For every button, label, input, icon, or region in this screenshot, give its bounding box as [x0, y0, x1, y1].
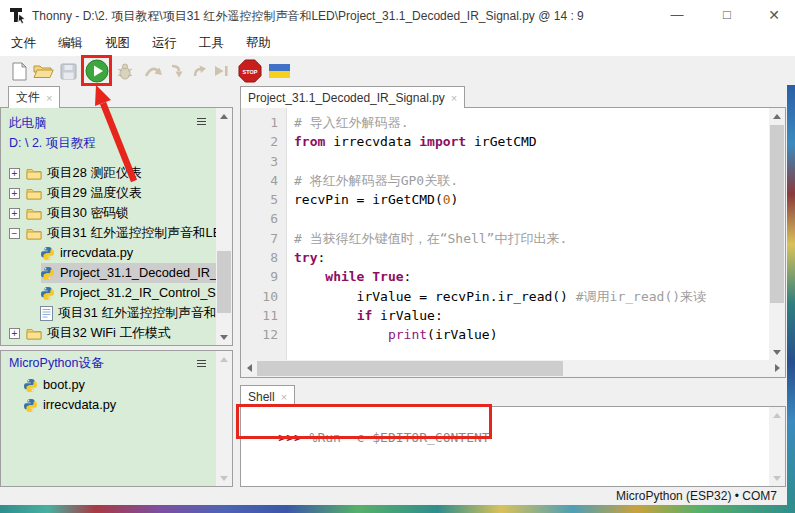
tree-item-label: 项目29 温度仪表 — [47, 183, 142, 203]
tree-item[interactable]: +项目32 WiFi 工作模式 — [1, 323, 232, 343]
minimize-button[interactable]: — — [655, 0, 699, 30]
debug-button[interactable] — [112, 58, 138, 84]
device-panel-menu-icon[interactable] — [197, 360, 206, 367]
editor-scroll-left[interactable] — [241, 360, 257, 376]
tree-item-label: 项目31 红外遥控控制声音和LED — [47, 223, 230, 243]
tree-item-label: 项目32 WiFi 工作模式 — [47, 323, 171, 343]
code-line: try: — [294, 248, 769, 267]
editor-hscrollbar[interactable] — [241, 360, 785, 377]
files-root-path[interactable]: D: \ 2. 项目教程 — [1, 133, 232, 153]
device-file-label: boot.py — [43, 375, 85, 395]
ukraine-flag-button[interactable] — [266, 58, 292, 84]
tree-item-label: 项目28 测距仪表 — [47, 163, 142, 183]
menu-item-3[interactable]: 运行 — [141, 35, 188, 52]
collapse-icon[interactable]: − — [9, 228, 20, 239]
window-title: Thonny - D:\2. 项目教程\项目31 红外遥控控制声音和LED\Pr… — [32, 8, 584, 25]
save-button[interactable] — [55, 58, 81, 84]
line-number: 12 — [241, 325, 278, 344]
line-number: 11 — [241, 306, 278, 325]
tree-item[interactable]: −项目31 红外遥控控制声音和LED — [1, 223, 232, 243]
tree-item[interactable]: +项目30 密码锁 — [1, 203, 232, 223]
device-file-item[interactable]: boot.py — [1, 375, 232, 395]
save-disk-icon — [60, 63, 77, 80]
menu-item-4[interactable]: 工具 — [188, 35, 235, 52]
close-button[interactable]: ✕ — [752, 0, 795, 30]
run-button[interactable] — [84, 58, 110, 84]
device-file-item[interactable]: irrecvdata.py — [1, 395, 232, 415]
menu-item-1[interactable]: 编辑 — [47, 35, 94, 52]
editor-scroll-right[interactable] — [769, 360, 785, 376]
code-line: from irrecvdata import irGetCMD — [294, 132, 769, 151]
code-line: # 导入红外解码器. — [294, 113, 769, 132]
device-scrollbar[interactable] — [216, 351, 232, 486]
tab-files-close-icon[interactable]: × — [46, 92, 52, 104]
tree-item[interactable]: Project_31.2_IR_Control_Sc — [1, 283, 232, 303]
code-line: # 当获得红外键值时，在“Shell”中打印出来. — [294, 229, 769, 248]
tree-item[interactable]: irrecvdata.py — [1, 243, 232, 263]
stop-label: STOP — [243, 69, 258, 75]
interpreter-status[interactable]: MicroPython (ESP32) • COM7 — [616, 489, 777, 503]
tab-editor-close-icon[interactable]: × — [451, 92, 457, 104]
files-scrollbar[interactable] — [216, 108, 232, 345]
shell-scrollbar[interactable] — [769, 407, 785, 486]
line-number: 8 — [241, 248, 278, 267]
line-number: 1 — [241, 113, 278, 132]
expand-icon[interactable]: + — [9, 188, 20, 199]
new-file-button[interactable] — [6, 58, 32, 84]
shell-panel[interactable]: >>> %Run -c $EDITOR_CONTENT — [240, 406, 786, 487]
resume-button[interactable] — [208, 58, 234, 84]
tree-item[interactable]: +项目28 测距仪表 — [1, 163, 232, 183]
code-line: recvPin = irGetCMD(0) — [294, 190, 769, 209]
title-bar: Thonny - D:\2. 项目教程\项目31 红外遥控控制声音和LED\Pr… — [0, 0, 795, 30]
tab-files-label: 文件 — [16, 89, 40, 106]
resume-icon — [212, 63, 230, 79]
files-scroll-down[interactable] — [216, 329, 232, 345]
editor-scroll-down[interactable] — [769, 344, 785, 360]
maximize-button[interactable]: □ — [705, 0, 749, 30]
code-line: # 将红外解码器与GP0关联. — [294, 171, 769, 190]
tree-item[interactable]: +项目29 温度仪表 — [1, 183, 232, 203]
menu-item-5[interactable]: 帮助 — [235, 35, 282, 52]
expand-icon[interactable]: + — [9, 208, 20, 219]
code-area[interactable]: # 导入红外解码器.from irrecvdata import irGetCM… — [287, 108, 769, 360]
stop-button[interactable]: STOP — [237, 58, 263, 84]
editor-panel: 123456789101112 # 导入红外解码器.from irrecvdat… — [240, 107, 786, 378]
open-folder-icon — [33, 63, 54, 79]
files-scroll-up[interactable] — [216, 108, 232, 124]
line-number: 7 — [241, 229, 278, 248]
files-panel-menu-icon[interactable] — [197, 118, 206, 125]
open-file-button[interactable] — [30, 58, 56, 84]
editor-vscrollbar[interactable] — [769, 108, 785, 360]
folder-icon — [26, 327, 42, 340]
line-number: 9 — [241, 267, 278, 286]
editor-vscrollbar-thumb[interactable] — [770, 125, 784, 303]
shell-scroll-down[interactable] — [769, 470, 785, 486]
tab-editor-label: Project_31.1_Decoded_IR_Signal.py — [248, 91, 445, 105]
step-over-icon — [143, 63, 163, 79]
editor-scroll-up[interactable] — [769, 108, 785, 124]
ukraine-flag-icon — [269, 64, 290, 78]
tab-shell-close-icon[interactable]: × — [281, 391, 287, 403]
menu-item-0[interactable]: 文件 — [0, 35, 47, 52]
expand-icon[interactable]: + — [9, 328, 20, 339]
device-scroll-down[interactable] — [216, 470, 232, 486]
tree-item[interactable]: 项目31 红外遥控控制声音和 — [1, 303, 232, 323]
folder-icon — [26, 227, 42, 240]
tree-item[interactable]: Project_31.1_Decoded_IR_ — [1, 263, 232, 283]
debug-bug-icon — [116, 62, 134, 81]
tab-shell[interactable]: Shell × — [240, 385, 295, 407]
folder-icon — [26, 187, 42, 200]
device-scroll-up[interactable] — [216, 351, 232, 367]
editor-hscrollbar-thumb[interactable] — [257, 361, 563, 376]
menu-item-2[interactable]: 视图 — [94, 35, 141, 52]
editor-content[interactable]: 123456789101112 # 导入红外解码器.from irrecvdat… — [241, 108, 769, 360]
tree-item-label: 项目31 红外遥控控制声音和 — [58, 303, 217, 323]
tab-files[interactable]: 文件 × — [8, 86, 60, 108]
files-scrollbar-thumb[interactable] — [217, 251, 231, 313]
step-out-icon — [191, 63, 208, 79]
status-bar: MicroPython (ESP32) • COM7 — [0, 487, 787, 505]
tab-editor[interactable]: Project_31.1_Decoded_IR_Signal.py × — [240, 86, 465, 108]
shell-scroll-up[interactable] — [769, 407, 785, 423]
expand-icon[interactable]: + — [9, 168, 20, 179]
document-icon — [40, 306, 53, 321]
